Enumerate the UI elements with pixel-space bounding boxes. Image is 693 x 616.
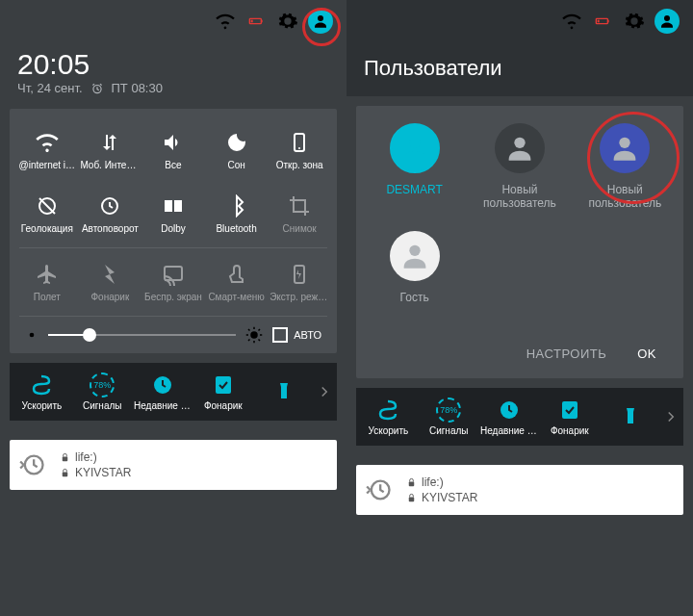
configure-button[interactable]: НАСТРОИТЬ	[526, 346, 606, 361]
chevron-right-icon	[316, 383, 333, 400]
qs-tile-autorotate[interactable]: Автоповорот	[79, 182, 142, 245]
strip-booster[interactable]: Ускорить	[358, 398, 419, 436]
qs-tile-flashlight[interactable]: Фонарик	[79, 250, 142, 314]
sim-notification[interactable]: life:) KYIVSTAR	[10, 440, 337, 490]
chevron-right-icon	[662, 408, 680, 425]
qs-tile-hotspot[interactable]: Откр. зона	[268, 118, 331, 182]
left-pane: 20:05 Чт, 24 сент. ПТ 08:30 @internet i……	[0, 0, 346, 616]
strip-signals[interactable]: 78%Сигналы	[72, 372, 133, 411]
sim-notification[interactable]: life:) KYIVSTAR	[356, 465, 683, 515]
flash-icon	[557, 398, 582, 423]
qs-tile-cast[interactable]: Беспр. экран	[141, 250, 205, 314]
profile-avatar[interactable]	[654, 9, 680, 34]
location-icon	[36, 194, 59, 218]
wifi-icon	[36, 131, 59, 154]
users-panel: DESMARTНовыйпользовательНовыйпользовател…	[356, 106, 683, 378]
recent-icon	[497, 398, 522, 423]
autorotate-icon	[98, 194, 121, 218]
qs-tile-bluetooth[interactable]: Bluetooth	[205, 182, 269, 245]
settings-icon[interactable]	[277, 11, 298, 32]
users-title: Пользователи	[346, 42, 693, 96]
strip-expand[interactable]	[660, 408, 681, 425]
flash-icon	[211, 372, 236, 398]
dnd-icon	[225, 131, 248, 154]
hotspot-icon	[288, 131, 311, 154]
user-owner[interactable]: DESMART	[362, 123, 467, 210]
strip-torch[interactable]	[253, 378, 314, 406]
history-icon	[19, 451, 46, 478]
screenshot-icon	[288, 194, 311, 218]
right-pane: Пользователи DESMARTНовыйпользовательНов…	[346, 0, 693, 616]
booster-icon	[375, 398, 400, 423]
flashlight-icon	[98, 263, 121, 286]
qs-tile-dolby[interactable]: Dolby	[141, 182, 205, 245]
qs-tile-mobiledata[interactable]: Моб. Интернет	[79, 118, 142, 182]
lock-icon	[60, 452, 70, 463]
airplane-icon	[36, 263, 59, 286]
strip-flash[interactable]: Фонарик	[539, 398, 600, 436]
qs-tile-volume[interactable]: Все	[141, 118, 205, 182]
powersave-icon	[288, 263, 311, 286]
history-icon	[366, 476, 393, 503]
quick-settings-panel: @internet i…Моб. ИнтернетВсеСонОткр. зон…	[10, 109, 337, 353]
volume-icon	[162, 131, 185, 154]
user-guest[interactable]: Гость	[362, 231, 467, 304]
torch-icon	[618, 403, 643, 428]
auto-brightness-checkbox[interactable]: АВТО	[272, 327, 321, 343]
alarm-time: ПТ 08:30	[112, 81, 163, 95]
user-avatar-icon	[390, 123, 440, 173]
cast-icon	[162, 263, 185, 286]
strip-signals[interactable]: 78%Сигналы	[419, 398, 479, 436]
strip-booster[interactable]: Ускорить	[12, 372, 72, 411]
wifi-status-icon	[216, 12, 235, 31]
qs-tile-smartmenu[interactable]: Смарт-меню	[205, 250, 269, 314]
user-new2[interactable]: Новыйпользователь	[573, 123, 678, 210]
smartmenu-icon	[225, 263, 248, 286]
clock-date: Чт, 24 сент.	[17, 81, 83, 95]
qs-tile-location[interactable]: Геолокация	[15, 182, 79, 245]
lock-icon	[406, 477, 417, 488]
strip-expand[interactable]	[314, 383, 335, 400]
statusbar	[346, 0, 693, 42]
alarm-icon	[90, 82, 104, 95]
ok-button[interactable]: OK	[637, 346, 656, 361]
profile-avatar[interactable]	[308, 9, 333, 34]
statusbar	[0, 0, 346, 42]
torch-icon	[271, 378, 296, 403]
strip-flash[interactable]: Фонарик	[192, 372, 253, 411]
qs-tile-screenshot[interactable]: Снимок	[268, 182, 331, 245]
recent-icon	[150, 372, 175, 398]
booster-strip: Ускорить78%СигналыНедавние п…Фонарик	[10, 363, 337, 421]
clock-header: 20:05 Чт, 24 сент. ПТ 08:30	[0, 42, 346, 109]
settings-icon[interactable]	[624, 11, 645, 32]
qs-tile-wifi[interactable]: @internet i…	[15, 118, 79, 182]
brightness-slider[interactable]	[48, 334, 236, 336]
qs-tile-dnd[interactable]: Сон	[205, 118, 269, 182]
strip-recent[interactable]: Недавние п…	[479, 398, 540, 436]
user-new1[interactable]: Новыйпользователь	[467, 123, 572, 210]
booster-icon	[29, 372, 54, 398]
booster-strip: Ускорить78%СигналыНедавние п…Фонарик	[356, 388, 683, 446]
clock-time: 20:05	[17, 48, 329, 81]
strip-torch[interactable]	[600, 403, 660, 431]
lock-icon	[406, 493, 417, 503]
user-avatar-icon	[495, 123, 545, 173]
strip-recent[interactable]: Недавние п…	[133, 372, 193, 411]
wifi-status-icon	[562, 12, 581, 31]
qs-tile-powersave[interactable]: Экстр. режим	[268, 250, 331, 314]
dolby-icon	[162, 194, 185, 218]
user-avatar-icon	[390, 231, 440, 281]
brightness-high-icon	[245, 326, 263, 344]
battery-status-icon	[591, 13, 614, 29]
user-actions: НАСТРОИТЬ OK	[362, 333, 678, 371]
user-avatar-icon	[600, 123, 650, 173]
bluetooth-icon	[225, 194, 248, 218]
brightness-row: АВТО	[15, 319, 331, 347]
battery-status-icon	[244, 13, 268, 29]
qs-tile-airplane[interactable]: Полет	[15, 250, 79, 314]
lock-icon	[60, 468, 70, 478]
signals-icon: 78%	[90, 372, 115, 398]
mobiledata-icon	[98, 131, 121, 154]
signals-icon: 78%	[436, 398, 461, 423]
brightness-low-icon	[25, 328, 38, 342]
